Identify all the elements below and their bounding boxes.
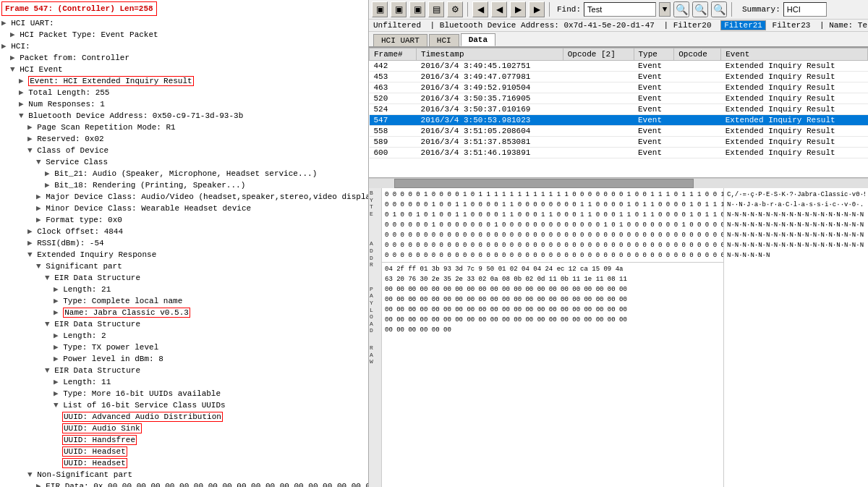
tree-item[interactable]: UUID: Headset [0,457,368,469]
cell-type: Event [634,93,674,104]
tree-item[interactable]: ▶ HCI UART: [0,17,368,29]
tree-item[interactable]: ▶ Bit_21: Audio (Speaker, Microphone, He… [0,168,368,179]
find-dropdown[interactable]: ▼ [659,2,671,17]
tab-hci-uart[interactable]: HCI UART [373,34,427,46]
tree-item[interactable]: ▶ Bit_18: Rendering (Printing, Speaker..… [0,179,368,191]
toolbar-btn-4[interactable]: ▤ [428,1,444,17]
ascii-rows: C,/·=·ç·P·E·S·K·?·Jabra·Classic·v0·5·3N·… [727,190,865,261]
toolbar-btn-3[interactable]: ▣ [409,1,425,17]
tree-item[interactable]: ▶ Type: TX power level [0,342,368,353]
tree-item[interactable]: ▶ Power level in dBm: 8 [0,353,368,365]
expand-icon: ▶ [1,19,11,27]
table-row[interactable]: 520 2016/3/4 3:50:35.716905 Event Extend… [370,93,868,104]
table-row[interactable]: 442 2016/3/4 3:49:45.102751 Event Extend… [370,61,868,72]
tree-item[interactable]: ▼ EIR Data Structure [0,272,368,284]
tree-item[interactable]: ▶ EIR Data: 0x 00 00 00 00 00 00 00 00 0… [0,480,368,487]
cell-timestamp: 2016/3/4 3:49:47.077981 [417,72,563,82]
hex-scrollbar[interactable] [369,178,868,188]
tree-item[interactable]: ▶ HCI: [0,41,368,52]
summary-input[interactable] [783,2,827,17]
find-settings-btn[interactable]: 🔍 [711,1,727,17]
tree-item[interactable]: ▶ Format type: 0x0 [0,214,368,226]
tree-item[interactable]: ▶ Reserved: 0x02 [0,133,368,145]
hex-scroll[interactable]: 0 0 0 0 0 1 0 0 0 0 1 0 1 1 1 1 1 1 1 1 … [382,188,723,487]
table-row[interactable]: 453 2016/3/4 3:49:47.077981 Event Extend… [370,72,868,82]
bt-address-label: Bluetooth Device Address: 0x7d-41-5e-20-… [440,21,655,30]
find-go-btn[interactable]: 🔍 [673,1,689,17]
cell-type: Event [634,61,674,72]
table-row[interactable]: 589 2016/3/4 3:51:37.853081 Event Extend… [370,137,868,148]
tree-item-text: Clock Offset: 4844 [37,227,123,236]
tree-item[interactable]: ▶ Packet from: Controller [0,52,368,64]
expand-icon: ▶ [19,88,28,97]
tree-item[interactable]: UUID: Headset [0,446,368,457]
cell-type: Event [634,115,674,126]
tree-item[interactable]: ▶ Minor Device Class: Wearable Headset d… [0,203,368,214]
tree-item[interactable]: ▶ Type: More 16-bit UUIDs available [0,388,368,399]
expand-icon: ▶ [19,100,28,109]
tree-item[interactable]: ▶ Num Responses: 1 [0,98,368,110]
tree-item[interactable]: ▶ Major Device Class: Audio/Video (heads… [0,191,368,203]
toolbar-btn-2[interactable]: ▣ [391,1,407,17]
find-input[interactable] [584,2,656,17]
tab-data[interactable]: Data [461,33,495,46]
find-prev-btn[interactable]: 🔍 [692,1,708,17]
cell-opcode [674,104,721,115]
cell-type: Event [634,72,674,82]
tree-item[interactable]: ▶ Length: 2 [0,330,368,342]
tree-item[interactable]: ▶ Clock Offset: 4844 [0,226,368,237]
toolbar-prev-btn[interactable]: ◀ [491,1,507,17]
tree-item[interactable]: ▶ Length: 21 [0,284,368,295]
tree-item[interactable]: UUID: Audio Sink [0,423,368,434]
tree-item[interactable]: ▶ RSSI(dBm): -54 [0,237,368,249]
tree-item[interactable]: ▶ HCI Packet Type: Event Packet [0,29,368,41]
tree-item[interactable]: ▼ List of 16-bit Service Class UUIDs [0,399,368,411]
tree-item-text: Major Device Class: Audio/Video (headset… [46,192,369,201]
tree-item[interactable]: UUID: Handsfree [0,434,368,446]
tab-hci[interactable]: HCI [429,34,459,46]
toolbar-sep-3 [731,2,732,17]
tree-item[interactable]: ▼ Class of Device [0,145,368,156]
table-row[interactable]: 600 2016/3/4 3:51:46.193891 Event Extend… [370,148,868,158]
binary-row: 0 0 0 0 0 0 1 0 0 0 0 0 0 0 1 0 0 0 0 0 … [385,220,720,230]
tree-item[interactable]: ▶ Event: HCI Extended Inquiry Result [0,75,368,87]
tree-item[interactable]: ▶ Page Scan Repetition Mode: R1 [0,122,368,133]
binary-row: 0 0 0 0 0 0 0 0 0 0 0 0 0 0 0 0 0 0 0 0 … [385,230,720,240]
tree-item[interactable]: ▼ EIR Data Structure [0,318,368,330]
toolbar-fwd-btn[interactable]: ▶ [529,1,545,17]
expand-icon: ▼ [27,250,37,259]
toolbar-back-btn[interactable]: ◀ [472,1,488,17]
toolbar-next-btn[interactable]: ▶ [510,1,526,17]
tree-item-text: RSSI(dBm): -54 [37,239,103,247]
table-row[interactable]: 524 2016/3/4 3:50:37.010169 Event Extend… [370,104,868,115]
tree-item-text: Class of Device [37,146,109,155]
expand-icon: ▼ [45,274,54,282]
toolbar-btn-5[interactable]: ⚙ [447,1,463,17]
tree-item[interactable]: ▶ Total Length: 255 [0,87,368,98]
cell-frame: 524 [370,104,417,115]
scrollbar-thumb[interactable] [394,179,694,188]
tree-item[interactable]: ▼ HCI Event [0,64,368,75]
cell-opcode2 [563,126,634,137]
tree-item-text: UUID: Advanced Audio Distribution [62,412,223,422]
tree-item[interactable]: ▼ Service Class [0,156,368,168]
tree-item[interactable]: ▼ Extended Inquiry Response [0,249,368,261]
table-row[interactable]: 463 2016/3/4 3:49:52.910504 Event Extend… [370,82,868,93]
tree-item[interactable]: ▼ Significant part [0,261,368,272]
tree-item[interactable]: ▼ EIR Data Structure [0,365,368,376]
tree-item[interactable]: ▶ Length: 11 [0,376,368,388]
tree-item[interactable]: ▶ Type: Complete local name [0,295,368,307]
expand-icon: ▶ [10,30,20,39]
table-row[interactable]: 547 2016/3/4 3:50:53.981023 Event Extend… [370,115,868,126]
tree-item-text: UUID: Handsfree [62,435,137,445]
table-row[interactable]: 558 2016/3/4 3:51:05.208604 Event Extend… [370,126,868,137]
tree-item-text: Page Scan Repetition Mode: R1 [37,123,175,132]
tree-item[interactable]: ▶ Name: Jabra Classic v0.5.3 [0,307,368,318]
raw-row: 00 00 00 00 00 00 00 00 00 00 00 00 00 0… [385,295,720,305]
tree-item[interactable]: UUID: Advanced Audio Distribution [0,411,368,423]
toolbar-sep-2 [549,2,550,17]
tree-item[interactable]: ▼ Bluetooth Device Address: 0x50-c9-71-3… [0,110,368,122]
tree-item[interactable]: ▼ Non-Significant part [0,469,368,480]
toolbar-btn-1[interactable]: ▣ [372,1,388,17]
filter21-btn[interactable]: Filter21 [720,20,766,30]
